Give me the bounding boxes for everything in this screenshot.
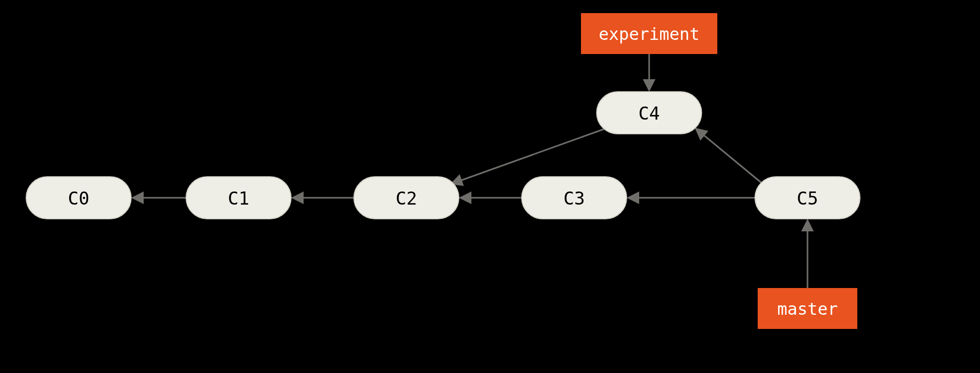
branch-experiment-label: experiment (599, 24, 700, 44)
branch-master: master (758, 288, 857, 329)
edge-c5-c4 (696, 129, 762, 184)
commit-c5: C5 (755, 177, 860, 219)
commit-c5-label: C5 (797, 188, 819, 209)
commit-c1: C1 (186, 177, 291, 219)
commit-c3-label: C3 (564, 188, 585, 209)
commit-c2-label: C2 (396, 188, 417, 209)
branch-experiment: experiment (581, 13, 717, 54)
commit-c0-label: C0 (68, 188, 90, 209)
commit-c0: C0 (26, 177, 131, 219)
edge-c4-c2 (452, 129, 604, 184)
commit-c4-label: C4 (639, 103, 660, 124)
git-graph-canvas: C0 C1 C2 C3 C4 C5 experiment master (0, 0, 980, 373)
commit-c3: C3 (522, 177, 627, 219)
branch-master-label: master (777, 299, 838, 319)
commit-c2: C2 (354, 177, 459, 219)
commit-c1-label: C1 (228, 188, 250, 209)
edges-layer (133, 54, 807, 288)
commit-c4: C4 (597, 92, 702, 134)
